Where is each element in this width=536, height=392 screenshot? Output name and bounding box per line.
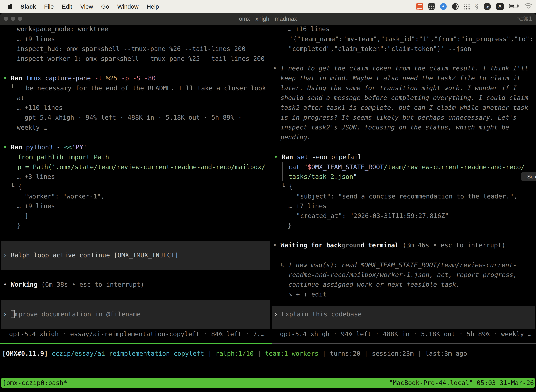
pane-divider [0, 343, 272, 344]
working-status-line: • Working (6m 38s • esc to interrupt) [3, 280, 144, 289]
text-cursor[interactable]: I [11, 310, 15, 318]
ran-tmux-capture-line: • Ran tmux capture-pane -t %25 -p -S -80 [3, 73, 156, 83]
terminal-line: '{"team_name":"my-team","task_id":"1","f… [289, 34, 533, 44]
terminal-line: should send a message before completing … [281, 93, 528, 103]
terminal-line: tasks/task-2.json" [288, 172, 357, 182]
prompt-left-line: › Improve documentation in @filename [3, 309, 141, 319]
terminal-line: from pathlib import Path [18, 152, 109, 162]
terminal-line: … +110 lines [17, 103, 62, 112]
terminal-line: └ { [281, 182, 293, 191]
terminal-line: inspect task2's JSON, focusing on the st… [281, 122, 509, 132]
terminal-line: "completed","claim_token":"claim-token"}… [288, 44, 471, 54]
terminal-line: pending. [281, 132, 311, 142]
desktop: SlackFileEditViewGoWindowHelp § ..61 A o… [0, 0, 536, 392]
tmux-status-bar: [omx-cczip0:bash* "MacBook-Pro-44.local"… [1, 378, 535, 387]
terminal-line: } [17, 221, 21, 230]
ran-python-line: • Ran python3 - <<'PY' [3, 142, 87, 152]
terminal-line: task2 after task1 is complete, but can I… [281, 103, 528, 112]
indent-rule [272, 344, 536, 344]
terminal-line: later. Using the same for transition mig… [281, 83, 517, 93]
session-status-right: gpt-5.4 xhigh · 94% left · 488K in · 5.1… [280, 329, 531, 339]
terminal-line: "worker": "worker-1", [25, 191, 105, 201]
terminal-content: workspace_mode: worktree… +9 linesinspec… [0, 0, 536, 392]
terminal-line: at [17, 93, 24, 103]
terminal-line: ] [25, 211, 29, 221]
terminal-line: inspect_worker-1: omx sparkshell --tmux-… [17, 54, 265, 64]
terminal-line: "created_at": "2026-03-31T11:59:27.816Z" [296, 211, 449, 221]
terminal-line: ↳ 1 new msg(s): read $OMX_TEAM_STATE_ROO… [281, 260, 517, 270]
terminal-line: } [288, 221, 292, 230]
ralph-status-line: › Ralph loop active continue [OMX_TMUX_I… [3, 250, 178, 260]
pane-divider [271, 25, 271, 343]
tmux-host-time-label: "MacBook-Pro-44.local" 05:03 31-Mar-26 [389, 378, 534, 387]
terminal-line: workspace_mode: worktree [17, 24, 108, 34]
indent-rule [282, 162, 283, 181]
terminal-line: └ be necessary for the end of the README… [10, 83, 266, 93]
terminal-line: readme-and-reco/mailbox/worker-1.json, a… [288, 270, 517, 280]
terminal-line: gpt-5.4 xhigh · 94% left · 488K in · 5.1… [25, 112, 242, 122]
terminal-line: … +16 lines [288, 24, 330, 34]
prompt-right-line: › Explain this codebase [274, 309, 362, 319]
terminal-line: inspect_hud: omx sparkshell --tmux-pane … [17, 44, 245, 54]
terminal-line: p = Path('.omx/state/team/review-current… [18, 162, 265, 172]
terminal-line: "subject": "send a concise recommendatio… [296, 191, 517, 201]
terminal-line: … +3 lines [17, 172, 55, 182]
screenshot-tooltip: Scre [521, 172, 536, 181]
omx-status-line: [OMX#0.11.9] cczip/essay/ai-reimplementa… [2, 349, 467, 359]
session-status-left: gpt-5.4 xhigh · essay/ai-reimplementatio… [9, 329, 264, 339]
terminal-line: weekly … [17, 123, 47, 132]
terminal-line: keep that in mind. Maybe I also need the… [281, 73, 521, 83]
terminal-line: … +7 lines [288, 201, 326, 211]
terminal-line: is in progress? It seems likely but perh… [281, 112, 517, 122]
terminal-line: … +9 lines [17, 34, 55, 44]
ran-set-pipefail-line: • Ran set -euo pipefail [274, 152, 362, 162]
tmux-session-label: [omx-cczip0:bash* [2, 378, 67, 387]
terminal-line: cat "$OMX_TEAM_STATE_ROOT/team/review-cu… [288, 162, 525, 172]
terminal-line: └ { [10, 182, 22, 191]
terminal-line: … +9 lines [17, 201, 55, 211]
terminal-line: continue assigned work or next feasible … [288, 280, 460, 289]
terminal-line: ⌥ + ↑ edit [288, 289, 326, 299]
waiting-status-line: • Waiting for background terminal (3m 46… [273, 240, 505, 250]
indent-rule [12, 152, 12, 181]
reasoning-line: • I need to get the claim token from the… [273, 63, 528, 73]
